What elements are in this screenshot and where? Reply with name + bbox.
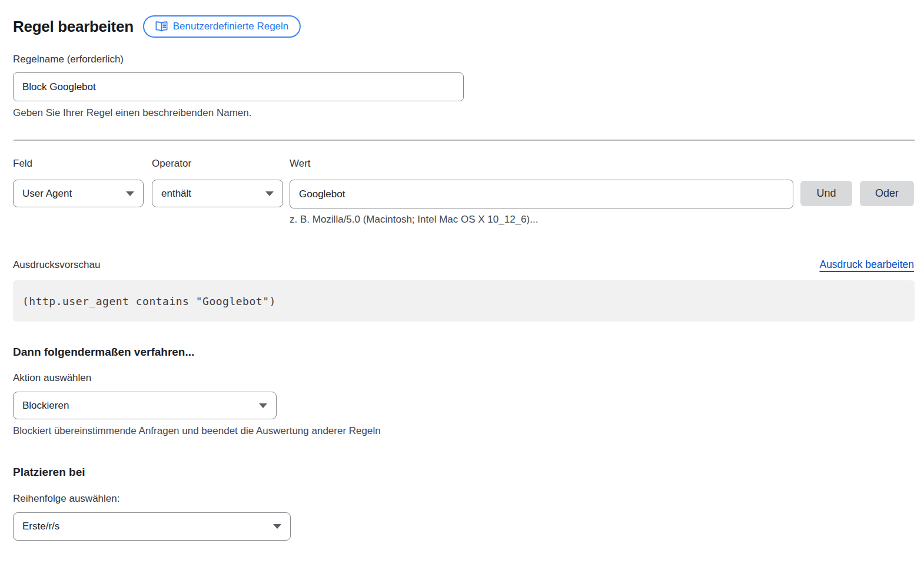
- expression-code: (http.user_agent contains "Googlebot"): [22, 295, 276, 307]
- value-input[interactable]: [290, 180, 793, 208]
- page-title: Regel bearbeiten: [13, 18, 134, 36]
- operator-column: Operator enthält: [152, 158, 283, 207]
- open-book-icon: [155, 21, 168, 32]
- section-divider: [14, 140, 915, 141]
- action-select[interactable]: Blockieren: [13, 392, 277, 419]
- and-button[interactable]: Und: [800, 181, 852, 206]
- edit-expression-link[interactable]: Ausdruck bearbeiten: [819, 259, 914, 271]
- chevron-down-icon: [126, 191, 134, 196]
- rule-name-input[interactable]: [13, 72, 464, 101]
- page-header: Regel bearbeiten Benutzerdefinierte Rege…: [13, 15, 915, 38]
- field-label: Feld: [13, 158, 144, 170]
- operator-label: Operator: [152, 158, 283, 170]
- expression-preview-header: Ausdrucksvorschau Ausdruck bearbeiten: [13, 259, 914, 271]
- placement-order-select[interactable]: Erste/r/s: [13, 512, 291, 541]
- field-column: Feld User Agent: [13, 158, 144, 207]
- expression-builder-row: Feld User Agent Operator enthält Wert z.…: [13, 158, 915, 226]
- operator-select-value: enthält: [161, 188, 191, 200]
- action-section-heading: Dann folgendermaßen verfahren...: [13, 345, 915, 359]
- action-select-label: Aktion auswählen: [13, 372, 915, 384]
- field-select[interactable]: User Agent: [13, 180, 144, 207]
- chevron-down-icon: [259, 403, 267, 408]
- action-select-value: Blockieren: [22, 400, 69, 412]
- edit-rule-page: Regel bearbeiten Benutzerdefinierte Rege…: [0, 0, 924, 541]
- action-helper: Blockiert übereinstimmende Anfragen und …: [13, 425, 915, 437]
- expression-preview-box: (http.user_agent contains "Googlebot"): [13, 280, 915, 322]
- logic-buttons: Und Oder: [800, 158, 914, 206]
- placement-order-label: Reihenfolge auswählen:: [13, 493, 915, 505]
- custom-rules-badge-label: Benutzerdefinierte Regeln: [173, 21, 289, 32]
- chevron-down-icon: [265, 191, 274, 196]
- value-label: Wert: [290, 158, 793, 170]
- placement-order-value: Erste/r/s: [22, 521, 59, 532]
- value-column: Wert z. B. Mozilla/5.0 (Macintosh; Intel…: [290, 158, 793, 226]
- or-button[interactable]: Oder: [860, 181, 914, 206]
- chevron-down-icon: [273, 524, 281, 529]
- custom-rules-badge-button[interactable]: Benutzerdefinierte Regeln: [143, 15, 301, 38]
- field-select-value: User Agent: [22, 188, 72, 200]
- value-helper: z. B. Mozilla/5.0 (Macintosh; Intel Mac …: [290, 214, 793, 226]
- operator-select[interactable]: enthält: [152, 180, 283, 207]
- rule-name-helper: Geben Sie Ihrer Regel einen beschreibend…: [13, 107, 915, 119]
- expression-preview-label: Ausdrucksvorschau: [13, 259, 100, 271]
- rule-name-label: Regelname (erforderlich): [13, 54, 915, 65]
- placement-section-heading: Platzieren bei: [13, 465, 915, 479]
